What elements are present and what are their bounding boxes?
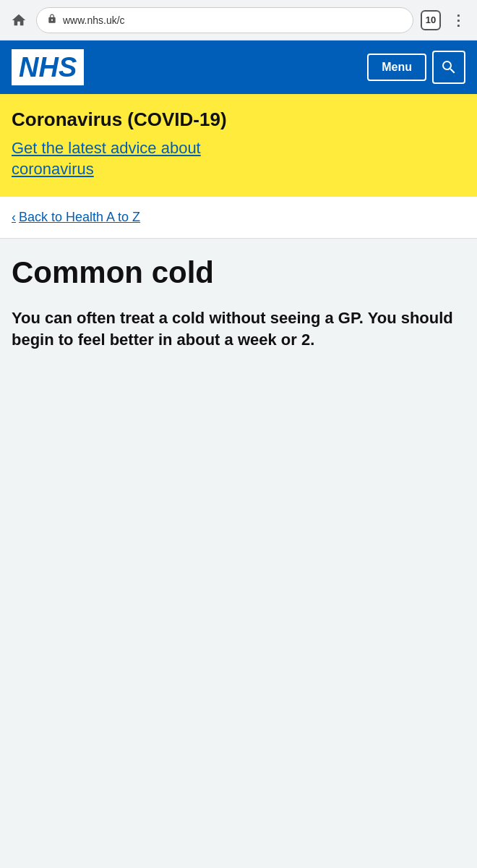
search-button[interactable] <box>432 51 465 84</box>
address-text: www.nhs.uk/c <box>63 14 403 26</box>
home-icon[interactable] <box>9 10 29 30</box>
page-title: Common cold <box>12 256 465 289</box>
nhs-nav-buttons: Menu <box>367 51 465 84</box>
address-bar[interactable]: www.nhs.uk/c <box>36 7 413 33</box>
back-link-label: Back to Health A to Z <box>19 210 140 225</box>
menu-button[interactable]: Menu <box>367 54 426 81</box>
main-content: Common cold You can often treat a cold w… <box>0 239 477 380</box>
covid-banner-title: Coronavirus (COVID-19) <box>12 109 465 131</box>
browser-more-icon[interactable]: ⋮ <box>448 12 468 29</box>
nhs-header: NHS Menu <box>0 41 477 94</box>
back-link[interactable]: ‹ Back to Health A to Z <box>12 210 465 225</box>
page-intro: You can often treat a cold without seein… <box>12 307 465 352</box>
back-link-section: ‹ Back to Health A to Z <box>0 197 477 239</box>
nhs-logo-text: NHS <box>19 54 77 81</box>
nhs-logo[interactable]: NHS <box>12 49 84 85</box>
covid-banner: Coronavirus (COVID-19) Get the latest ad… <box>0 94 477 197</box>
back-chevron-icon: ‹ <box>12 210 16 225</box>
browser-chrome: www.nhs.uk/c 10 ⋮ <box>0 0 477 41</box>
lock-icon <box>47 14 57 26</box>
tab-count-badge[interactable]: 10 <box>421 10 441 30</box>
covid-banner-link[interactable]: Get the latest advice about coronavirus <box>12 138 201 179</box>
search-icon <box>440 59 457 76</box>
